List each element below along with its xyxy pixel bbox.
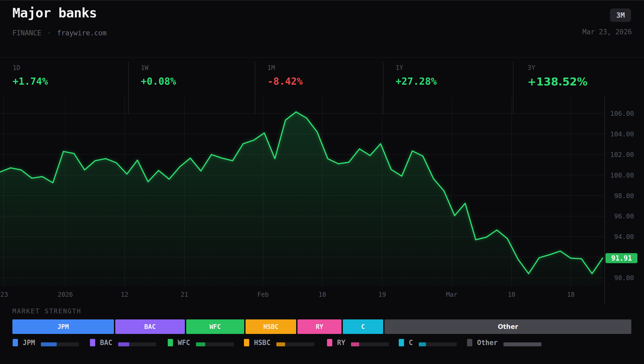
y-axis-tick-label: 98.00 [614,192,634,200]
legend-strength-track [419,342,457,346]
price-chart[interactable]: 106.00104.00102.00100.0098.0096.0094.009… [0,97,644,304]
strength-segment-label: RY [316,323,323,331]
legend-item-jpm[interactable]: JPM [13,338,90,347]
y-axis-tick-label: 102.00 [610,151,634,159]
chart-svg: 106.00104.00102.00100.0098.0096.0094.009… [0,97,644,304]
legend-strength-fill [503,342,541,346]
stat-value: +138.52% [527,76,588,88]
page-title: Major banks [12,5,97,21]
legend-item-other[interactable]: Other [467,338,541,347]
legend-item-bac[interactable]: BAC [90,338,168,347]
category-label: FINANCE [12,29,41,37]
stat-3y: 3Y +138.52% [527,58,588,97]
source-link[interactable]: fraywire.com [57,29,107,37]
legend-strength-track [351,342,389,346]
x-axis-tick-label: 18 [567,291,575,298]
market-strength-bar: JPMBACWFCHSBCRYCOther [12,319,631,334]
x-axis-tick-label: 12 [121,291,128,298]
strength-segment-label: Other [498,323,518,331]
legend-swatch [244,339,249,346]
time-range-badge[interactable]: 3M [610,8,631,22]
stat-1w: 1W +0.08% [141,58,176,97]
market-strength-section: MARKET STRENGTH JPMBACWFCHSBCRYCOther JP… [0,304,644,364]
performance-stats-row: 1D +1.74% 1W +0.08% 1M -8.42% 1Y +27.28%… [0,57,644,97]
x-axis-tick-label: Feb [257,291,269,298]
stat-label: 1D [13,64,48,71]
legend-item-wfc[interactable]: WFC [168,338,244,347]
legend-item-hsbc[interactable]: HSBC [244,338,327,347]
stat-1y: 1Y +27.28% [396,58,437,97]
subtitle: FINANCE · fraywire.com [12,29,107,37]
stat-1m: 1M -8.42% [267,58,303,97]
y-axis-tick-label: 94.00 [614,233,634,241]
strength-segment-other[interactable]: Other [385,319,631,334]
divider [255,62,255,114]
legend-swatch [90,339,95,346]
x-axis-tick-label: 23 [1,291,8,298]
strength-segment-label: WFC [209,323,221,331]
legend-strength-track [503,342,541,346]
legend-swatch [467,339,472,346]
strength-segment-hsbc[interactable]: HSBC [246,319,296,334]
y-axis-tick-label: 96.00 [614,212,634,220]
divider [383,62,383,114]
legend-strength-track [276,342,314,346]
stat-1d: 1D +1.74% [13,58,48,97]
legend-label: WFC [178,339,190,347]
strength-segment-label: JPM [57,323,69,331]
stat-value: +0.08% [141,76,176,87]
x-axis-tick-label: 19 [378,291,386,298]
legend-swatch [13,339,18,346]
legend-label: C [409,339,413,347]
legend-item-c[interactable]: C [399,338,467,347]
market-strength-legend: JPMBACWFCHSBCRYCOther [13,338,632,347]
stat-value: -8.42% [267,76,303,87]
strength-segment-label: HSBC [263,323,278,331]
strength-segment-bac[interactable]: BAC [115,319,185,334]
y-axis-tick-label: 106.00 [610,110,634,117]
legend-strength-fill [196,342,205,346]
date-label: Mar 23, 2026 [582,28,632,36]
y-axis-tick-label: 90.00 [614,274,634,282]
x-axis-tick-label: Mar [446,291,457,298]
area-fill [0,112,603,286]
x-axis-tick-label: 21 [181,291,188,298]
y-axis-tick-label: 100.00 [610,171,634,179]
stat-value: +27.28% [396,76,437,87]
legend-swatch [399,339,404,346]
legend-label: JPM [23,339,35,347]
header: Major banks FINANCE · fraywire.com 3M Ma… [0,1,644,57]
stat-value: +1.74% [13,76,48,87]
legend-strength-track [118,342,156,346]
strength-segment-wfc[interactable]: WFC [186,319,244,334]
x-axis-tick-label: 10 [319,291,326,298]
legend-item-ry[interactable]: RY [327,338,399,347]
legend-strength-fill [41,342,57,346]
legend-strength-fill [351,342,359,346]
x-axis-tick-label: 10 [508,291,515,298]
strength-segment-label: C [361,323,365,331]
legend-swatch [168,339,173,346]
strength-segment-ry[interactable]: RY [297,319,342,334]
legend-strength-fill [276,342,285,346]
strength-segment-label: BAC [144,323,156,331]
legend-label: Other [477,339,498,347]
legend-swatch [327,339,332,346]
legend-label: RY [337,339,345,347]
legend-strength-track [41,342,79,346]
strength-segment-c[interactable]: C [343,319,383,334]
stat-label: 1M [267,64,303,71]
separator-dot: · [47,29,51,37]
divider [513,62,513,114]
stat-label: 1W [141,64,176,71]
stat-label: 1Y [396,64,437,71]
y-axis-tick-label: 104.00 [610,130,634,138]
legend-strength-track [196,342,234,346]
strength-segment-jpm[interactable]: JPM [12,319,114,334]
last-price-value: 91.91 [611,254,632,262]
legend-label: BAC [100,339,112,347]
legend-strength-fill [419,342,426,346]
legend-strength-fill [118,342,129,346]
market-strength-title: MARKET STRENGTH [12,308,81,315]
x-axis-tick-label: 2026 [58,291,73,298]
